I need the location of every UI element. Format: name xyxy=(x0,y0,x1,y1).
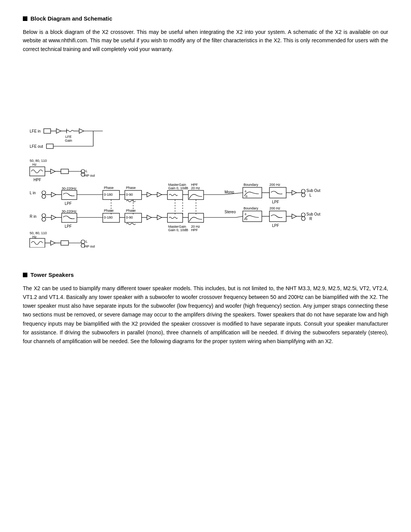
sub-out-l-c2 xyxy=(301,193,305,197)
sub-out-r-c2 xyxy=(301,217,305,220)
r-sub-tri xyxy=(292,214,296,219)
lpf-200-l-box xyxy=(269,187,286,198)
rin-lpf-curve xyxy=(63,216,75,219)
tower-section: Tower Speakers The X2 can be used to bia… xyxy=(23,272,388,346)
top-hpf-triangle xyxy=(51,169,55,174)
l-phase2-label: Phase xyxy=(126,186,136,190)
lpf-200-l-text: LPF xyxy=(272,200,279,204)
l-tri1 xyxy=(147,192,151,197)
lin-circle1 xyxy=(42,191,46,195)
r-gain-val2: Gain 0, 10dB xyxy=(168,228,188,232)
l-sub-tri xyxy=(292,190,296,195)
tower-section-header: Tower Speakers xyxy=(23,272,388,278)
top-hpf-wave xyxy=(31,170,43,173)
lfe-in-label: LFE in xyxy=(30,129,41,133)
lpf-200-l-label: 200 Hz xyxy=(269,183,280,187)
tower-section-title: Tower Speakers xyxy=(30,272,74,278)
lpf-200-r-text: LPF xyxy=(272,224,279,228)
lin-circle2 xyxy=(42,195,46,198)
top-hpf-label: HPF xyxy=(33,178,41,182)
rin-circle2 xyxy=(42,217,46,221)
boundary-l-label: Boundary xyxy=(244,183,258,187)
block-section-title: Block Diagram and Schematic xyxy=(30,15,112,22)
hpf-hz-label: 20 Hz xyxy=(191,186,200,190)
lfe-pot-wave xyxy=(67,130,73,132)
r-tri2 xyxy=(157,215,162,220)
l-master-wave xyxy=(169,194,177,196)
l-phase2-val: 0-90 xyxy=(126,193,133,197)
bot-hpf-freq1: 50, 80, 110 xyxy=(30,231,47,235)
top-hpf-freq-label1: 50, 80, 110 xyxy=(30,159,47,163)
lpf-200-r-label: 200 Hz xyxy=(269,206,280,210)
boundary-l-6: 6 xyxy=(245,190,247,193)
rin-circle1 xyxy=(42,214,46,217)
rin-triangle xyxy=(51,215,56,220)
lpf-200-l-curve xyxy=(271,191,282,194)
bot-hp-l-label: L xyxy=(86,240,88,243)
block-section: Block Diagram and Schematic Below is a b… xyxy=(23,15,388,249)
l-master-gain-box xyxy=(167,190,183,200)
top-hp-out-l-label: L xyxy=(86,169,88,173)
stereo-line xyxy=(236,216,243,217)
top-hpf-freq-label2: Hz xyxy=(32,163,37,166)
block-section-header: Block Diagram and Schematic xyxy=(23,15,388,22)
r-phase-label1: Phase xyxy=(104,209,114,212)
boundary-r-minus6: -6 xyxy=(245,217,248,221)
r-phase-label2: Phase xyxy=(126,209,136,212)
boundary-r-label: Boundary xyxy=(244,206,258,210)
r-master-gain-box xyxy=(167,213,183,222)
l-phase1-val: 0-180 xyxy=(104,193,113,197)
sub-out-l-c1 xyxy=(301,189,305,193)
l-phase1-label: Phase xyxy=(104,186,114,190)
stereo-label: Stereo xyxy=(225,210,236,214)
lfe-in-box xyxy=(44,129,51,133)
bullet-icon xyxy=(23,16,27,21)
block-intro-text: Below is a block diagram of the X2 cross… xyxy=(23,28,388,53)
sub-out-l-label: Sub Out xyxy=(306,189,320,193)
l-tri2 xyxy=(157,192,162,197)
lfe-gain-label: LFE xyxy=(65,135,72,139)
boundary-l-minus6: -6 xyxy=(245,195,248,198)
boundary-r-6: 6 xyxy=(245,212,247,216)
top-hp-out-label: HP out xyxy=(84,174,95,177)
tower-text: The X2 can be used to biamplify many dif… xyxy=(23,284,388,346)
rin-lpf-freq: 30-220Hz xyxy=(62,209,77,213)
lfe-gain-label2: Gain xyxy=(65,139,72,142)
sub-out-l-l: L xyxy=(309,193,312,197)
lin-lpf-curve xyxy=(63,193,75,196)
lin-lpf-label: LPF xyxy=(65,201,72,206)
l-hpf-curve xyxy=(189,195,202,199)
lfe-buffer2-triangle xyxy=(79,129,84,133)
bot-hp-out-label: HP out xyxy=(84,244,95,248)
gain-val: Gain 0, 10dB xyxy=(168,186,188,190)
r-tri1 xyxy=(147,215,151,220)
bot-hpf-wave xyxy=(31,241,43,244)
block-diagram-container: LFE in LFE Gain LFE out 50, 80, 11 xyxy=(23,65,388,249)
sub-out-r-label: Sub Out xyxy=(306,212,320,216)
r-master-wave xyxy=(169,217,177,219)
r-phase1-val: 0-180 xyxy=(104,216,113,219)
r-hpf-label2: HPF xyxy=(191,228,198,232)
sub-out-r-c1 xyxy=(301,213,305,217)
r-hpf-curve xyxy=(189,217,202,222)
lin-lpf-freq: 30-220Hz xyxy=(62,187,77,190)
bot-hp-out-c1 xyxy=(81,240,85,244)
lfe-out-box xyxy=(46,144,53,149)
rin-label: R in xyxy=(30,214,37,219)
top-hpf-small-box xyxy=(61,169,68,174)
l-phase2-pot xyxy=(126,200,135,202)
block-diagram-svg: LFE in LFE Gain LFE out 50, 80, 11 xyxy=(23,65,388,248)
lfe-buffer-triangle xyxy=(56,129,61,133)
lpf-200-r-curve xyxy=(271,215,282,218)
bot-hpf-small-box xyxy=(61,241,68,245)
r-phase2-val: 0-90 xyxy=(126,216,133,219)
lin-label: L in xyxy=(30,191,36,195)
sub-out-r-r: R xyxy=(309,217,312,221)
lin-triangle xyxy=(51,192,56,197)
r-phase2-pot xyxy=(126,223,135,225)
lpf-200-r-box xyxy=(269,211,286,222)
rin-lpf-label: LPF xyxy=(65,224,72,228)
tower-bullet-icon xyxy=(23,273,27,277)
bot-hpf-tri xyxy=(51,241,55,245)
lfe-out-label: LFE out xyxy=(30,144,43,149)
